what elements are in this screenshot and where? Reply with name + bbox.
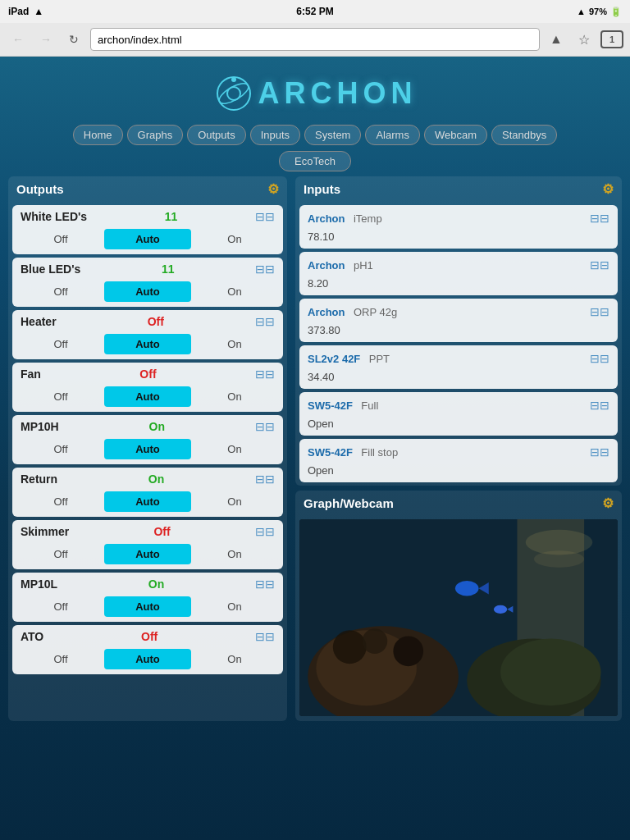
auto-btn-skimmer[interactable]: Auto [104,544,191,564]
auto-btn-mp10h[interactable]: Auto [104,439,191,459]
webcam-image [299,519,618,716]
input-value-sw5-full: Open [299,416,618,436]
slider-icon-skimmer[interactable]: ⊟⊟ [255,525,275,538]
nav-graphs[interactable]: Graphs [127,125,184,145]
slider-icon-white-leds[interactable]: ⊟⊟ [255,210,275,223]
on-btn-return[interactable]: On [191,491,278,512]
svg-point-9 [500,639,601,706]
output-value-blue-leds: 11 [162,262,175,276]
input-value-itemp: 78.10 [299,229,618,249]
output-name-return: Return [21,472,57,486]
off-btn-return[interactable]: Off [17,491,104,512]
input-itemp-label: Archon iTemp [308,211,382,226]
output-value-mp10l: On [148,578,164,591]
off-btn-mp10h[interactable]: Off [17,439,104,459]
on-btn-white-leds[interactable]: On [191,229,278,249]
output-fan: Fan Off ⊟⊟ Off Auto On [12,363,283,412]
output-value-ato: Off [141,630,158,643]
on-btn-mp10h[interactable]: On [191,439,278,459]
time-display: 6:52 PM [296,6,333,17]
slider-icon-ph1[interactable]: ⊟⊟ [590,258,609,272]
off-btn-mp10l[interactable]: Off [17,596,104,617]
controls-fan: Off Auto On [12,383,283,412]
slider-icon-ppt[interactable]: ⊟⊟ [590,352,609,365]
carrier-label: iPad [8,6,29,17]
nav-standbys[interactable]: Standbys [491,125,557,145]
on-btn-mp10l[interactable]: On [191,596,278,617]
slider-icon-sw5-fillstop[interactable]: ⊟⊟ [590,445,609,459]
nav-alarms[interactable]: Alarms [365,125,419,145]
off-btn-fan[interactable]: Off [17,386,104,407]
nav-webcam[interactable]: Webcam [424,125,487,145]
off-btn-ato[interactable]: Off [17,649,104,669]
controls-skimmer: Off Auto On [12,541,283,569]
graph-gear-icon[interactable]: ⚙ [602,495,614,511]
input-orp: Archon ORP 42g ⊟⊟ 373.80 [299,299,618,342]
on-btn-heater[interactable]: On [191,334,278,354]
controls-blue-leds: Off Auto On [12,278,283,307]
slider-icon-mp10l[interactable]: ⊟⊟ [255,578,275,591]
outputs-gear-icon[interactable]: ⚙ [267,181,279,197]
slider-icon-blue-leds[interactable]: ⊟⊟ [255,262,275,276]
auto-btn-ato[interactable]: Auto [104,649,191,669]
logo-icon [213,73,254,114]
input-sw5-full: SW5-42F Full ⊟⊟ Open [299,392,618,436]
svg-point-11 [363,628,388,654]
slider-icon-return[interactable]: ⊟⊟ [255,472,275,486]
graph-title: Graph/Webcam [304,496,394,510]
logo-area: ARCHON [8,65,622,118]
eco-row: EcoTech [8,148,622,176]
outputs-panel: Outputs ⚙ White LED's 11 ⊟⊟ Off Auto On [8,176,287,721]
off-btn-blue-leds[interactable]: Off [17,281,104,302]
reload-button[interactable]: ↻ [62,28,85,51]
nav-inputs[interactable]: Inputs [250,125,300,145]
tab-count[interactable]: 1 [600,30,623,48]
auto-btn-heater[interactable]: Auto [104,334,191,354]
auto-btn-mp10l[interactable]: Auto [104,596,191,617]
nav-system[interactable]: System [304,125,361,145]
back-button[interactable]: ← [7,28,30,51]
nav-outputs[interactable]: Outputs [187,125,246,145]
off-btn-skimmer[interactable]: Off [17,544,104,564]
on-btn-fan[interactable]: On [191,386,278,407]
bookmark-button[interactable]: ☆ [573,28,596,51]
auto-btn-blue-leds[interactable]: Auto [104,281,191,302]
address-bar[interactable] [90,28,540,51]
output-name-blue-leds: Blue LED's [21,262,80,276]
output-value-return: On [148,472,164,486]
outputs-title: Outputs [16,182,64,196]
inputs-title: Inputs [304,182,340,196]
off-btn-white-leds[interactable]: Off [17,229,104,249]
on-btn-ato[interactable]: On [191,649,278,669]
slider-icon-orp[interactable]: ⊟⊟ [590,305,609,318]
input-ppt-label: SL2v2 42F PPT [308,351,390,366]
slider-icon-sw5-full[interactable]: ⊟⊟ [590,399,609,412]
controls-return: Off Auto On [12,488,283,517]
slider-icon-itemp[interactable]: ⊟⊟ [590,212,609,225]
output-return: Return On ⊟⊟ Off Auto On [12,468,283,517]
on-btn-blue-leds[interactable]: On [191,281,278,302]
auto-btn-return[interactable]: Auto [104,491,191,512]
auto-btn-fan[interactable]: Auto [104,386,191,407]
nav-ecotech[interactable]: EcoTech [279,151,351,171]
auto-btn-white-leds[interactable]: Auto [104,229,191,249]
slider-icon-heater[interactable]: ⊟⊟ [255,315,275,328]
slider-icon-fan[interactable]: ⊟⊟ [255,368,275,381]
slider-icon-mp10h[interactable]: ⊟⊟ [255,420,275,433]
on-btn-skimmer[interactable]: On [191,544,278,564]
slider-icon-ato[interactable]: ⊟⊟ [255,630,275,643]
nav-home[interactable]: Home [73,125,123,145]
output-value-skimmer: Off [153,525,170,538]
output-name-mp10l: MP10L [21,578,57,591]
controls-ato: Off Auto On [12,646,283,674]
output-name-fan: Fan [21,368,41,381]
controls-heater: Off Auto On [12,331,283,359]
page-content: ARCHON Home Graphs Outputs Inputs System… [0,57,630,729]
output-skimmer: Skimmer Off ⊟⊟ Off Auto On [12,520,283,569]
share-button[interactable]: ▲ [545,28,568,51]
aquarium-background [299,519,618,716]
off-btn-heater[interactable]: Off [17,334,104,354]
inputs-gear-icon[interactable]: ⚙ [602,181,614,197]
forward-button[interactable]: → [34,28,57,51]
main-grid: Outputs ⚙ White LED's 11 ⊟⊟ Off Auto On [8,176,622,721]
